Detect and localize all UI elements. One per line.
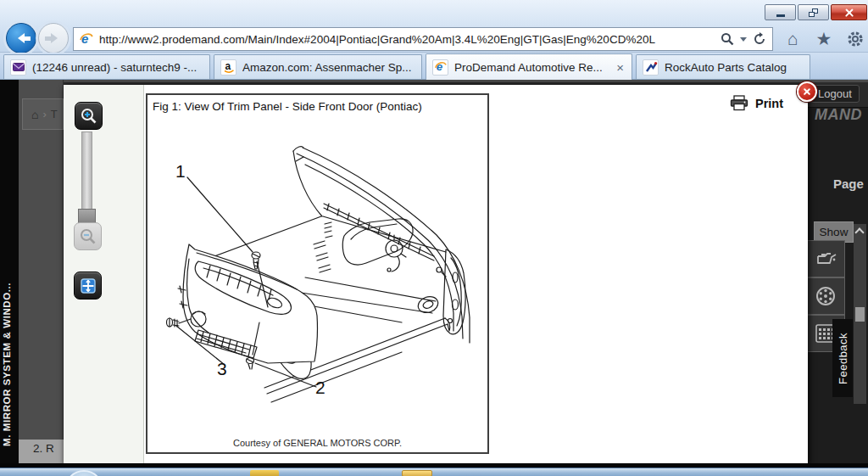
figure-courtesy: Courtesy of GENERAL MOTORS CORP. [147, 438, 487, 448]
quicklink-tires-button[interactable] [806, 277, 845, 315]
forward-button[interactable] [38, 23, 69, 53]
prodemand-logo-fragment: MAND [815, 106, 862, 124]
feedback-tab[interactable]: Feedback [832, 319, 853, 397]
figure-viewer-modal: Fig 1: View Of Trim Panel - Side Front D… [64, 85, 808, 463]
ie-icon: e [79, 31, 94, 47]
amazon-icon: a [220, 59, 236, 76]
close-window-button[interactable] [831, 4, 867, 20]
windows-taskbar [0, 468, 868, 476]
quicklink-fluids-button[interactable] [806, 240, 845, 277]
breadcrumb[interactable]: ⌂ › T [22, 98, 64, 130]
tab-rockauto[interactable]: RockAuto Parts Catalog [636, 54, 810, 79]
start-orb[interactable] [64, 470, 103, 476]
taskbar-folder-icon[interactable] [402, 470, 432, 476]
zoom-out-icon [79, 227, 97, 246]
refresh-icon[interactable] [752, 31, 767, 47]
back-arrow-icon [13, 33, 31, 43]
minimize-button[interactable] [765, 4, 796, 20]
page-scrollbar[interactable] [854, 224, 866, 404]
tab-label: RockAuto Parts Catalog [665, 61, 804, 74]
ie-icon: e [432, 59, 448, 76]
door-trim-diagram: 1 2 3 [147, 95, 487, 452]
back-button[interactable] [6, 23, 36, 53]
figure-callout-1: 1 [175, 161, 186, 181]
restore-button[interactable] [798, 4, 829, 20]
tab-webmail[interactable]: (12246 unread) - saturntech9 -... [3, 54, 210, 79]
zoom-slider-thumb[interactable] [78, 209, 96, 223]
address-dropdown-icon[interactable] [740, 37, 747, 45]
browser-chrome: e http://www2.prodemand.com/Main/Index#2… [0, 0, 868, 53]
favorites-star-icon[interactable]: ★ [813, 28, 835, 50]
home-icon[interactable]: ⌂ [782, 28, 804, 50]
mail-icon [10, 59, 26, 76]
settings-gear-icon[interactable] [844, 28, 866, 50]
print-label: Print [755, 97, 783, 110]
figure-box: Fig 1: View Of Trim Panel - Side Front D… [146, 93, 489, 454]
minimize-icon [776, 14, 785, 17]
modal-close-button[interactable] [797, 81, 817, 102]
zoom-out-button-disabled[interactable] [74, 222, 102, 250]
home-icon: ⌂ [31, 108, 38, 121]
close-icon [803, 87, 811, 96]
rockauto-icon [643, 59, 659, 76]
left-panel [19, 80, 64, 465]
address-bar[interactable]: e http://www2.prodemand.com/Main/Index#2… [73, 27, 773, 51]
tab-label: ProDemand Automotive Re... [454, 61, 609, 74]
zoom-in-button[interactable] [75, 102, 103, 130]
forward-arrow-icon [45, 33, 63, 43]
close-icon [844, 8, 854, 18]
svg-text:a: a [225, 60, 231, 72]
scrollbar-thumb[interactable] [855, 307, 865, 322]
fit-to-window-button[interactable] [74, 272, 102, 300]
wheel-icon [814, 284, 837, 308]
oil-can-icon [813, 248, 838, 270]
figure-callout-3: 3 [217, 359, 227, 378]
taskbar-icon[interactable] [250, 470, 279, 476]
tab-label: Amazon.com: Assenmacher Sp... [242, 61, 415, 74]
printer-icon [730, 95, 748, 111]
list-item: 2. R [33, 442, 54, 455]
fit-to-window-icon [79, 277, 97, 295]
tab-bar: (12246 unread) - saturntech9 -... a Amaz… [0, 53, 868, 80]
figure-callout-2: 2 [315, 378, 326, 397]
tab-amazon[interactable]: a Amazon.com: Assenmacher Sp... [214, 54, 422, 79]
tab-prodemand[interactable]: e ProDemand Automotive Re... × [426, 53, 632, 80]
tab-close-icon[interactable]: × [615, 61, 626, 74]
tab-label: (12246 unread) - saturntech9 -... [32, 61, 203, 74]
module-title-vertical: M. MIRROR SYSTEM & WINDO... [3, 151, 13, 446]
breadcrumb-label: T [51, 108, 58, 120]
page-label: Page [833, 176, 864, 191]
scroll-up-icon[interactable] [854, 227, 864, 237]
search-icon[interactable] [720, 31, 735, 47]
print-button[interactable]: Print [730, 95, 783, 111]
address-input[interactable]: http://www2.prodemand.com/Main/Index#200… [99, 33, 715, 46]
logout-button[interactable]: Logout [810, 85, 860, 103]
breadcrumb-separator: › [42, 108, 46, 120]
restore-icon [809, 8, 818, 17]
zoom-in-icon [80, 107, 98, 126]
zoom-tool-rail [64, 85, 144, 463]
zoom-slider-track[interactable] [81, 132, 92, 211]
